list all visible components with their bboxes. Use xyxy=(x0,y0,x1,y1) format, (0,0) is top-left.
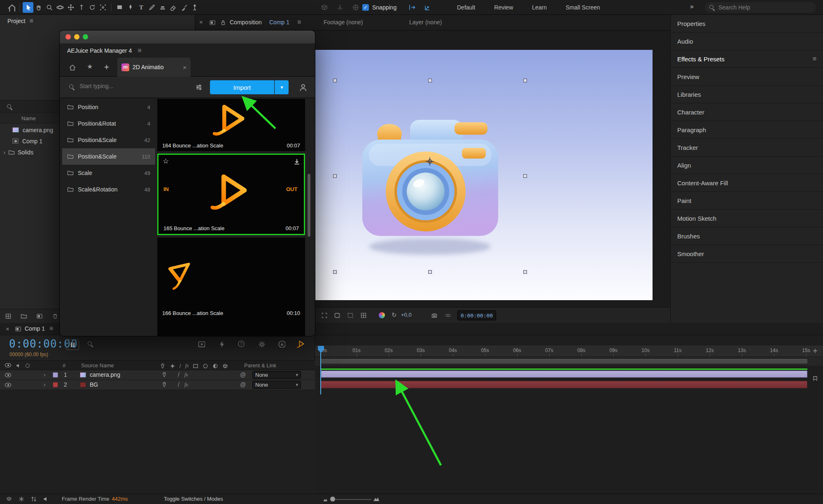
3d-layer-icon[interactable] xyxy=(222,363,228,369)
parent-dropdown[interactable]: None ▾ xyxy=(252,381,301,389)
pan-camera-tool[interactable] xyxy=(65,2,76,13)
type-tool[interactable]: T xyxy=(136,2,147,13)
grid-guides-icon[interactable] xyxy=(360,312,367,319)
parent-dropdown[interactable]: None ▾ xyxy=(252,371,301,379)
favorites-star-icon[interactable]: ★ xyxy=(87,63,93,70)
interpret-footage-icon[interactable] xyxy=(5,313,12,320)
account-person-icon[interactable] xyxy=(298,83,306,91)
view-axis-mode-icon[interactable] xyxy=(350,2,361,13)
import-dropdown-button[interactable]: ▾ xyxy=(275,80,289,94)
parent-pickwhip-icon[interactable]: @ xyxy=(240,381,246,388)
tab-2d-animations[interactable]: 2D 2D Animatio × xyxy=(117,58,191,77)
show-snapshot-icon[interactable] xyxy=(445,312,451,319)
expander-icon[interactable]: › xyxy=(44,371,46,378)
viewer-timecode[interactable]: 0:00:00:00 xyxy=(457,310,496,320)
panel-tab-paragraph[interactable]: Paragraph xyxy=(671,121,823,139)
roto-brush-tool[interactable] xyxy=(179,2,189,13)
zoom-tool[interactable] xyxy=(44,2,55,13)
name-column-header[interactable]: Name xyxy=(21,115,36,121)
workspace-learn[interactable]: Learn xyxy=(532,4,547,11)
quality-switch-icon[interactable]: / xyxy=(178,371,180,378)
panel-tab-paint[interactable]: Paint xyxy=(671,192,823,210)
panel-tab-audio[interactable]: Audio xyxy=(671,33,823,50)
world-axis-mode-icon[interactable] xyxy=(335,2,345,13)
window-title-bar[interactable] xyxy=(60,30,315,44)
local-axis-mode-icon[interactable] xyxy=(319,2,330,13)
fx-switch-icon[interactable]: fx xyxy=(184,382,188,388)
project-menu-icon[interactable]: ≡ xyxy=(30,18,33,24)
audio-toggle-icon[interactable] xyxy=(43,496,49,502)
frame-blend-icon[interactable] xyxy=(193,363,198,369)
pen-tool[interactable] xyxy=(125,2,136,13)
workspace-overflow-chevron[interactable]: » xyxy=(690,3,694,10)
window-minimize-button[interactable] xyxy=(74,34,79,40)
magic-star-icon[interactable] xyxy=(103,64,110,70)
rectangle-tool[interactable] xyxy=(114,2,125,13)
preset-thumbnail-165-selected[interactable]: ☆ IN OUT 165 Bounce ...ation Scale 00:07 xyxy=(157,154,305,235)
camera-region-tool[interactable] xyxy=(98,2,108,13)
quality-icon[interactable]: / xyxy=(180,363,181,369)
pack-folder-position[interactable]: Position4 xyxy=(62,99,155,115)
snapping-checkbox[interactable]: ✓ xyxy=(362,4,369,11)
collapse-transformations-icon[interactable] xyxy=(170,363,175,369)
parent-link-column-header[interactable]: Parent & Link xyxy=(244,362,276,369)
close-tab-icon[interactable]: × xyxy=(183,64,187,71)
panel-tab-properties[interactable]: Properties xyxy=(671,15,823,33)
layer-bar-bg[interactable] xyxy=(321,381,807,388)
hand-tool[interactable] xyxy=(33,2,44,13)
panel-tab-character[interactable]: Character xyxy=(671,103,823,121)
selection-tool[interactable] xyxy=(23,2,33,13)
selection-handle[interactable] xyxy=(333,270,337,274)
frame-blend-toggle-icon[interactable] xyxy=(18,496,25,502)
close-tab-icon[interactable]: × xyxy=(6,325,9,332)
new-composition-icon[interactable] xyxy=(36,313,43,320)
eye-icon[interactable] xyxy=(5,373,11,377)
solo-column-icon[interactable] xyxy=(26,364,30,368)
pack-folder-position-scale-110[interactable]: Position&Scale110 xyxy=(62,148,155,165)
timeline-menu-icon[interactable]: ≡ xyxy=(49,325,53,332)
adjustment-layer-icon[interactable] xyxy=(212,363,218,369)
selection-handle[interactable] xyxy=(428,79,432,82)
reset-exposure-icon[interactable]: ↻ xyxy=(392,311,397,319)
pack-folder-position-scale-42[interactable]: Position&Scale42 xyxy=(62,132,155,148)
expander-icon[interactable]: › xyxy=(3,149,5,156)
layer-bar-camera[interactable] xyxy=(321,371,807,378)
eraser-tool[interactable] xyxy=(168,2,179,13)
pause-button[interactable] xyxy=(66,339,79,350)
settings-gear-icon[interactable] xyxy=(258,340,265,348)
number-column-header[interactable]: # xyxy=(63,362,65,369)
preset-thumbnail-164[interactable]: 164 Bounce ...ation Scale 00:07 xyxy=(157,99,305,151)
delete-item-icon[interactable] xyxy=(52,313,58,320)
workspace-small-screen[interactable]: Small Screen xyxy=(566,4,600,11)
new-folder-icon[interactable] xyxy=(21,313,27,320)
help-icon[interactable]: ? xyxy=(238,340,245,348)
import-button[interactable]: Import xyxy=(210,80,274,94)
tab-footage[interactable]: Footage (none) xyxy=(324,19,363,26)
zoom-in-mountain-icon[interactable] xyxy=(373,496,380,502)
panel-tab-libraries[interactable]: Libraries xyxy=(671,86,823,103)
aejuice-logo-icon[interactable] xyxy=(296,339,305,348)
timeline-zoom-handle[interactable] xyxy=(330,497,335,502)
expander-icon[interactable]: › xyxy=(44,381,46,388)
help-search[interactable] xyxy=(705,2,816,13)
filter-sliders-icon[interactable] xyxy=(196,84,202,91)
scrollbar-thumb[interactable] xyxy=(308,174,310,237)
selection-handle[interactable] xyxy=(333,174,337,178)
inout-columns-toggle-icon[interactable] xyxy=(30,496,37,502)
lock-icon[interactable] xyxy=(220,19,226,26)
timeline-zoom-track[interactable] xyxy=(332,499,371,500)
selection-handle[interactable] xyxy=(523,270,527,274)
panel-tab-preview[interactable]: Preview xyxy=(671,68,823,86)
quality-switch-icon[interactable]: / xyxy=(178,381,180,388)
shy-switch-icon[interactable] xyxy=(161,382,167,387)
timeline-tab-comp[interactable]: Comp 1 xyxy=(25,325,45,332)
label-color-chip[interactable] xyxy=(53,372,58,378)
eye-column-icon[interactable] xyxy=(5,363,11,367)
pack-manager-menu-icon[interactable]: ≡ xyxy=(138,47,141,54)
preview-frame-icon[interactable] xyxy=(198,340,205,348)
fast-preview-icon[interactable] xyxy=(218,340,225,348)
window-close-button[interactable] xyxy=(65,34,71,40)
close-tab-icon[interactable]: × xyxy=(199,19,203,26)
label-color-chip[interactable] xyxy=(53,382,58,387)
brush-tool[interactable] xyxy=(147,2,157,13)
